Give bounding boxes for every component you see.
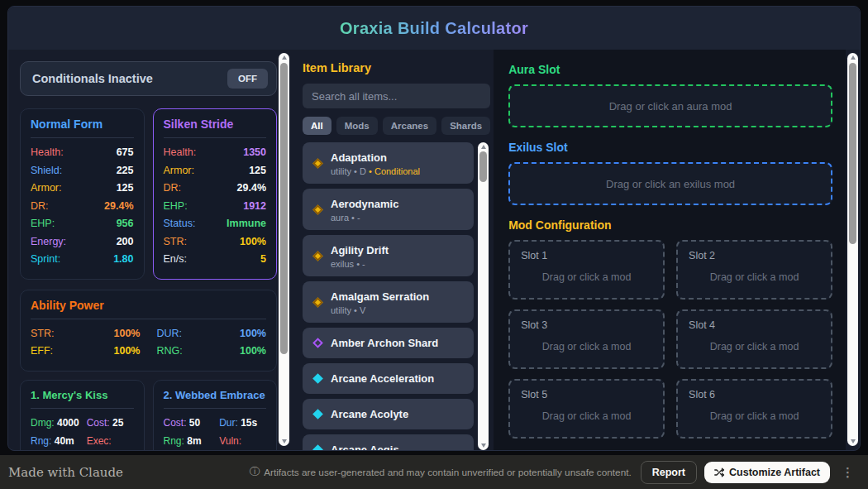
kebab-menu-icon[interactable]: ⋮ [837,465,858,480]
stat-label: Rng: [31,435,51,447]
scroll-up-arrow-icon[interactable] [851,55,856,60]
mod-diamond-icon [312,297,323,308]
aura-slot-placeholder: Drag or click an aura mod [609,100,732,113]
scroll-down-arrow-icon[interactable] [481,443,486,448]
divider [31,408,134,409]
form-card-silken-stride: Silken Stride Health:1350 Armor:125 DR:2… [153,108,278,280]
filter-chip-arcanes[interactable]: Arcanes [383,117,436,135]
mod-slot-2[interactable]: Slot 2 Drag or click a mod [676,240,832,300]
scrollbar-track[interactable] [478,142,489,450]
item-name: Amber Archon Shard [331,337,438,349]
ability-stats: Cost: 50 Dur: 15s Rng: 8m Vuln: +50% [164,415,267,451]
scroll-up-arrow-icon[interactable] [481,145,486,149]
ability-cards-row-1: 1. Mercy's Kiss Dmg: 4000 Cost: 25 Rng: … [20,380,277,451]
stat-label: EHP: [31,215,55,233]
stat-label: Health: [31,144,64,162]
aura-slot-dropzone[interactable]: Drag or click an aura mod [508,84,832,127]
stat-value: 200 [117,233,134,252]
stat-value: 1.80 [113,251,133,269]
stat-label: Armor: [31,180,62,198]
ability-stats: Dmg: 4000 Cost: 25 Rng: 40m Exec: ≤50% [31,415,134,451]
stat-value: 225 [117,162,134,180]
stat-row: DR:29.4% [31,198,134,216]
slot-placeholder: Drag or click a mod [510,410,663,422]
stat-cell: Rng: 40m [31,433,80,451]
list-item[interactable]: Arcane Acceleration [303,363,474,394]
stat-label: Armor: [164,162,195,180]
artifact-window: Oraxia Build Calculator Conditionals Ina… [7,6,861,451]
form-card-normal: Normal Form Health:675 Shield:225 Armor:… [20,108,145,280]
scrollbar-thumb[interactable] [479,151,487,182]
mod-slot-4[interactable]: Slot 4 Drag or click a mod [676,309,832,369]
report-button[interactable]: Report [641,461,697,484]
stat-label: Dur: [219,417,238,429]
stat-row: Energy:200 [31,233,134,252]
list-item[interactable]: Adaptation utility • D • Conditional [303,142,474,184]
list-item[interactable]: Arcane Acolyte [303,399,474,429]
divider [164,408,267,409]
stat-value: 50 [189,417,200,429]
artifact-frame: Oraxia Build Calculator Conditionals Ina… [0,0,868,455]
shuffle-icon [714,467,724,477]
stats-panel: Conditionals Inactive OFF Normal Form He… [20,61,277,450]
list-item[interactable]: Amber Archon Shard [303,328,474,358]
scroll-down-arrow-icon[interactable] [851,439,856,443]
stat-value: 125 [117,180,134,198]
customize-artifact-label: Customize Artifact [729,467,820,478]
list-item[interactable]: Aerodynamic aura • - [303,189,474,230]
scrollbar-track[interactable] [279,53,289,446]
mod-slot-5[interactable]: Slot 5 Drag or click a mod [508,379,665,439]
item-list-scrollbar[interactable] [476,142,490,450]
filter-chip-shards[interactable]: Shards [441,117,490,135]
build-panel-scrollbar[interactable] [846,50,860,450]
disclaimer: ⓘ Artifacts are user-generated and may c… [250,465,632,479]
list-item[interactable]: Agility Drift exilus • - [303,235,474,276]
left-panel-scrollbar[interactable] [277,50,291,450]
scrollbar-track[interactable] [847,53,858,446]
item-subtitle: aura • - [331,213,360,223]
item-library-panel: Item Library All Mods Arcanes Shards Ada… [291,50,494,450]
slot-placeholder: Drag or click a mod [678,271,831,283]
aura-slot-title: Aura Slot [508,63,832,76]
stat-label: Health: [164,144,197,162]
arcane-diamond-icon [312,373,323,384]
stat-row: Sprint:1.80 [31,251,134,269]
item-name: Aerodynamic [331,198,398,210]
exilus-slot-dropzone[interactable]: Drag or click an exilus mod [508,162,832,205]
scroll-down-arrow-icon[interactable] [282,439,287,443]
mod-slot-6[interactable]: Slot 6 Drag or click a mod [676,379,832,439]
filter-chip-mods[interactable]: Mods [336,117,378,135]
customize-artifact-button[interactable]: Customize Artifact [704,462,830,483]
disclaimer-text: Artifacts are user-generated and may con… [264,467,632,478]
ability-title: 2. Webbed Embrace [164,389,267,401]
item-subtitle: exilus • - [331,259,365,269]
stat-row: RNG:100% [157,343,267,361]
slot-placeholder: Drag or click a mod [678,341,831,352]
mod-slot-1[interactable]: Slot 1 Drag or click a mod [508,240,665,300]
stat-label: Cost: [164,417,187,429]
list-item[interactable]: Arcane Aegis [303,434,474,450]
scrollbar-thumb[interactable] [849,63,856,244]
stat-row: STR:100% [31,325,141,343]
stat-row: STR:100% [164,233,267,252]
item-name: Adaptation [331,151,387,164]
conditionals-toggle-button[interactable]: OFF [227,69,268,89]
build-panel: Aura Slot Drag or click an aura mod Exil… [494,50,846,450]
ability-power-title: Ability Power [31,299,266,312]
form-title: Normal Form [31,117,134,131]
list-item[interactable]: Amalgam Serration utility • V [303,281,474,323]
filter-chip-all[interactable]: All [303,117,331,135]
search-input[interactable] [303,84,490,108]
stat-value: 1350 [243,144,266,162]
stat-value: 25 [112,417,123,429]
stat-label: EHP: [164,198,188,216]
stat-row: EFF:100% [31,343,141,361]
item-list-container: Adaptation utility • D • Conditional Aer… [303,142,490,450]
divider [164,137,267,138]
scrollbar-thumb[interactable] [280,63,288,354]
app-header: Oraxia Build Calculator [8,7,860,50]
form-title: Silken Stride [164,117,267,131]
scroll-up-arrow-icon[interactable] [282,55,287,60]
stat-value: 15s [241,417,257,429]
mod-slot-3[interactable]: Slot 3 Drag or click a mod [508,309,665,369]
